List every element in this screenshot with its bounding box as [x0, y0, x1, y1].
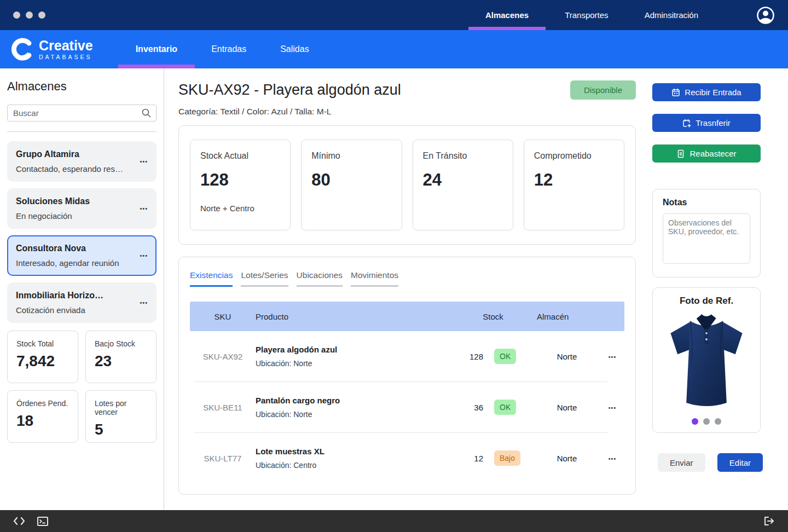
right-panel: Recibir Entrada Trasnferir Reabastecer N… [652, 68, 775, 510]
terminal-icon[interactable] [37, 517, 48, 526]
tab-ubicaciones[interactable]: Ubicaciones [297, 270, 343, 287]
code-icon[interactable] [13, 517, 25, 525]
main-content: SKU-AX92 - Playera algodón azul Disponib… [164, 68, 651, 510]
table-row[interactable]: SKU-BE11 Pantalón cargo negro Ubicación:… [190, 382, 624, 432]
brand-subtitle: DATABASES [39, 54, 93, 60]
cell-sku: SKU-LT77 [190, 454, 256, 463]
warehouse-list-item-selected[interactable]: Consultora Nova Interesado, agendar reun… [7, 235, 157, 276]
topnav-item-transportes[interactable]: Transportes [565, 0, 608, 30]
stat-label: Órdenes Pend. [16, 399, 69, 408]
cell-warehouse: Norte [537, 403, 597, 412]
sidebar: Almacenes Grupo Altamira Contactado, esp… [0, 68, 164, 510]
app-bar: Creative DATABASES Inventario Entradas S… [0, 30, 788, 68]
notes-title: Notas [663, 198, 750, 207]
stat-label: Bacjo Stock [95, 339, 147, 348]
stat-label: Stock Actual [200, 151, 280, 161]
column-header-producto: Producto [256, 312, 449, 321]
item-name: Inmobiliaria Horizo… [16, 291, 136, 300]
reabastecer-button[interactable]: Reabastecer [652, 144, 761, 163]
row-menu-icon[interactable]: ••• [605, 455, 617, 462]
tab-entradas[interactable]: Entradas [210, 30, 247, 68]
status-badge: OK [494, 349, 516, 364]
stat-value: 23 [95, 352, 147, 370]
cell-warehouse: Norte [537, 454, 597, 463]
stat-card-en-transito: En Tránsito 24 [413, 140, 513, 230]
search-input[interactable] [7, 105, 157, 122]
stock-stats-panel: Stock Actual 128 Norte + Centro Mínimo 8… [178, 125, 636, 245]
cell-stock: 12 [449, 454, 488, 463]
topnav-item-almacenes[interactable]: Almacenes [485, 0, 529, 30]
tab-salidas[interactable]: Salidas [279, 30, 310, 68]
stat-label: Lotes por vencer [95, 399, 147, 417]
recibir-entrada-button[interactable]: Recibir Entrada [652, 83, 761, 101]
notes-textarea[interactable] [663, 213, 750, 264]
stat-label: Mínimo [311, 151, 391, 161]
table-row[interactable]: SKU-LT77 Lote muestras XL Ubicación: Cen… [190, 433, 624, 483]
more-options-icon[interactable]: ••• [136, 205, 148, 212]
tab-existencias[interactable]: Existencias [190, 270, 233, 287]
tab-inventario[interactable]: Inventario [135, 30, 178, 68]
row-menu-icon[interactable]: ••• [605, 354, 617, 360]
stat-value: 12 [534, 170, 614, 190]
warehouse-list-item[interactable]: Soluciones Midas En negociación ••• [7, 188, 157, 229]
carousel-dot[interactable] [703, 418, 710, 425]
inventory-table-panel: Existencias Lotes/Series Ubicaciones Mov… [178, 257, 636, 495]
stat-card-bajo-stock: Bacjo Stock 23 [85, 331, 157, 383]
bottom-toolbar [0, 510, 788, 532]
window-dot-icon[interactable] [26, 11, 33, 19]
user-avatar-icon[interactable] [756, 6, 775, 25]
cell-sku: SKU-BE11 [190, 403, 256, 412]
stat-label: En Tránsito [423, 151, 503, 161]
column-header-almacen: Almacén [537, 312, 597, 321]
calendar-plus-icon [682, 119, 691, 128]
brand-logo: Creative DATABASES [11, 38, 93, 61]
warehouse-list-item[interactable]: Grupo Altamira Contactado, esperando res… [7, 141, 157, 182]
logout-icon[interactable] [763, 516, 775, 526]
stat-card-lotes-por-vencer: Lotes por vencer 5 [85, 390, 157, 443]
carousel-dot[interactable] [715, 418, 721, 425]
stat-value: 7,842 [16, 352, 69, 370]
tab-lotes-series[interactable]: Lotes/Series [241, 270, 288, 287]
cell-stock: 128 [449, 352, 488, 361]
item-status: Contactado, esperando res… [16, 164, 136, 174]
cell-stock: 36 [449, 403, 488, 412]
window-controls[interactable] [13, 11, 45, 19]
status-badge: OK [494, 400, 516, 415]
stat-note: Norte + Centro [200, 204, 280, 213]
availability-badge: Disponible [570, 80, 636, 100]
tab-movimientos[interactable]: Movimientos [351, 270, 398, 287]
sidebar-title: Almacenes [7, 79, 157, 94]
calendar-icon [671, 88, 680, 97]
item-status: Interesado, agendar reunión [16, 258, 136, 268]
top-navbar: Almacenes Transportes Adminsitración [0, 0, 788, 30]
cell-product-name: Playera algodón azul [256, 345, 449, 354]
enviar-button[interactable]: Enviar [658, 453, 705, 472]
table-row[interactable]: SKU-AX92 Playera algodón azul Ubicación:… [190, 331, 624, 381]
brand-name: Creative [39, 39, 93, 53]
stat-value: 128 [200, 170, 280, 190]
topnav-item-administracion[interactable]: Adminsitración [645, 0, 698, 30]
transferir-button[interactable]: Trasnferir [652, 114, 761, 132]
status-badge: Bajo [494, 450, 520, 466]
notes-panel: Notas [652, 189, 761, 277]
stat-card-stock-actual: Stock Actual 128 Norte + Centro [190, 140, 291, 230]
row-menu-icon[interactable]: ••• [605, 404, 617, 411]
stat-value: 18 [16, 412, 69, 430]
window-dot-icon[interactable] [38, 11, 45, 19]
more-options-icon[interactable]: ••• [136, 299, 148, 306]
stat-label: Stock Total [16, 339, 69, 348]
editar-button[interactable]: Editar [717, 453, 763, 472]
more-options-icon[interactable]: ••• [136, 158, 148, 165]
cell-product-location: Ubicación: Centro [256, 461, 449, 470]
warehouse-list-item[interactable]: Inmobiliaria Horizo… Cotización enviada … [7, 282, 157, 323]
stat-value: 80 [311, 170, 391, 190]
more-options-icon[interactable]: ••• [136, 252, 148, 259]
stat-card-stock-total: Stock Total 7,842 [7, 331, 78, 383]
reference-photo-panel: Foto de Ref. [652, 287, 761, 433]
search-icon [141, 108, 152, 118]
window-dot-icon[interactable] [13, 11, 20, 19]
stat-value: 5 [95, 421, 147, 438]
sku-attributes: Categoría: Textil / Color: Azul / Talla:… [178, 107, 636, 117]
carousel-dot-active[interactable] [692, 418, 698, 425]
creative-logo-icon [11, 38, 34, 61]
